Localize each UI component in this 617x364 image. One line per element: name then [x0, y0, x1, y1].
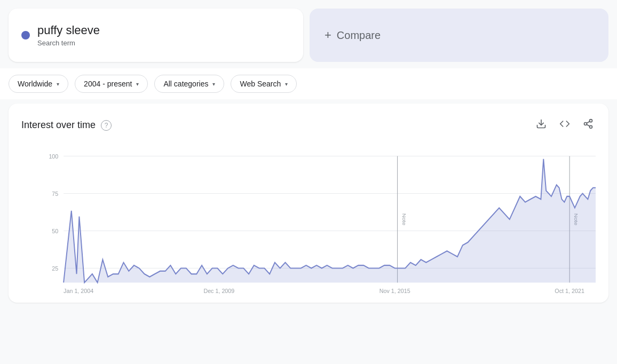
compare-card[interactable]: + Compare — [310, 9, 608, 62]
search-term-dot — [21, 31, 30, 39]
time-range-filter[interactable]: 2004 - present ▾ — [75, 75, 148, 93]
card-title: Interest over time — [21, 120, 96, 131]
chart-svg: 100 75 50 25 Note Note Jan 1, 2004 — [43, 145, 596, 294]
compare-label: Compare — [337, 29, 381, 42]
filters-section: Worldwide ▾ 2004 - present ▾ All categor… — [0, 68, 617, 99]
svg-text:Nov 1, 2015: Nov 1, 2015 — [379, 287, 410, 294]
category-filter-label: All categories — [163, 80, 208, 88]
search-type-filter-label: Web Search — [240, 80, 281, 88]
card-title-area: Interest over time ? — [21, 120, 112, 131]
embed-button[interactable] — [557, 116, 572, 134]
time-range-filter-label: 2004 - present — [84, 80, 132, 88]
download-button[interactable] — [534, 116, 549, 134]
help-icon[interactable]: ? — [101, 120, 112, 131]
svg-text:Note: Note — [401, 213, 407, 226]
category-chevron-icon: ▾ — [212, 81, 215, 87]
svg-text:100: 100 — [49, 153, 58, 160]
svg-text:Dec 1, 2009: Dec 1, 2009 — [203, 287, 234, 294]
svg-line-5 — [587, 121, 590, 123]
svg-text:75: 75 — [52, 190, 58, 197]
compare-plus-icon: + — [325, 28, 331, 42]
category-filter[interactable]: All categories ▾ — [154, 75, 224, 93]
search-type-filter[interactable]: Web Search ▾ — [231, 75, 297, 93]
interest-over-time-card: Interest over time ? — [9, 104, 608, 303]
location-filter-label: Worldwide — [18, 80, 52, 88]
svg-line-4 — [587, 124, 590, 126]
search-term-sublabel: Search term — [37, 39, 75, 47]
card-header: Interest over time ? — [21, 116, 596, 134]
svg-text:Oct 1, 2021: Oct 1, 2021 — [555, 287, 584, 294]
location-filter[interactable]: Worldwide ▾ — [9, 75, 68, 93]
svg-text:25: 25 — [52, 265, 58, 272]
search-type-chevron-icon: ▾ — [285, 81, 288, 87]
location-chevron-icon: ▾ — [57, 81, 59, 87]
chart-area: 100 75 50 25 Note Note Jan 1, 2004 — [21, 145, 596, 294]
time-range-chevron-icon: ▾ — [136, 81, 139, 87]
svg-text:Jan 1, 2004: Jan 1, 2004 — [64, 287, 93, 294]
svg-text:50: 50 — [52, 227, 58, 234]
top-section: puffy sleeve Search term + Compare — [0, 0, 617, 68]
card-actions — [534, 116, 596, 134]
search-term-text: puffy sleeve Search term — [37, 23, 100, 48]
search-term-title: puffy sleeve — [37, 23, 100, 38]
search-term-card: puffy sleeve Search term — [9, 9, 303, 62]
share-button[interactable] — [581, 116, 596, 134]
